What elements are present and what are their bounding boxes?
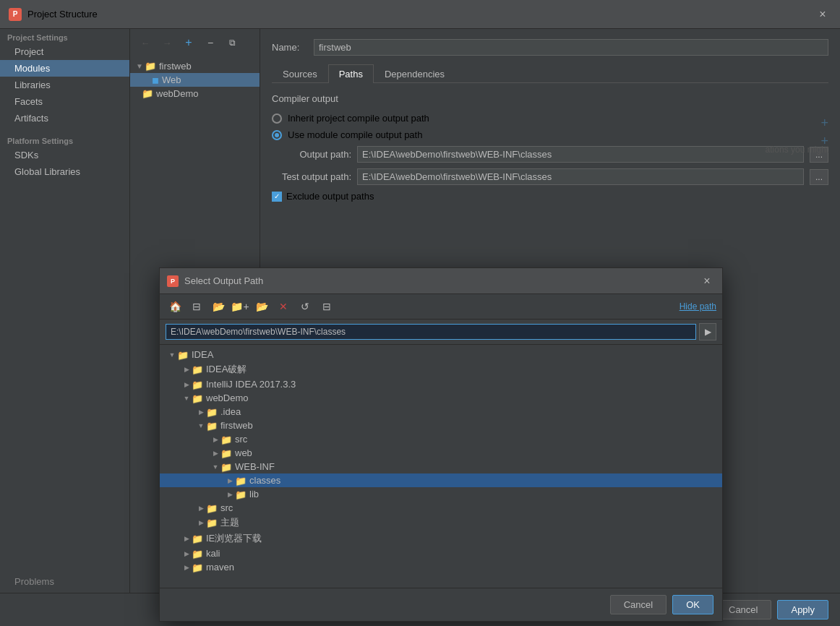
test-output-path-browse-button[interactable]: ... — [810, 169, 828, 185]
sidebar-item-libraries[interactable]: Libraries — [0, 77, 129, 93]
dialog-close-button[interactable]: × — [699, 273, 715, 289]
use-module-radio-circle — [272, 130, 282, 140]
name-row: Name: — [272, 39, 828, 56]
main-window: P Project Structure × ← → + − ⧉ ▼ 📁 firs… — [0, 0, 840, 626]
sidebar-item-modules[interactable]: Modules — [0, 60, 129, 77]
test-output-path-row: Test output path: ... — [272, 168, 828, 185]
use-module-radio[interactable]: Use module compile output path — [272, 129, 828, 140]
webdemo-label: webDemo — [156, 88, 199, 99]
dtree-label-webinf: WEB-INF — [235, 461, 275, 472]
dtree-folder-web: 📁 — [220, 448, 232, 458]
dtree-item-idea[interactable]: ▼ 📁 IDEA — [160, 348, 722, 361]
dtree-arrow-src: ▶ — [210, 434, 220, 445]
inherit-label: Inherit project compile output path — [288, 113, 429, 124]
sidebar-item-facets[interactable]: Facets — [0, 93, 129, 110]
back-nav-btn[interactable]: ← — [136, 33, 155, 52]
add-nav-btn[interactable]: + — [179, 33, 198, 52]
name-label: Name: — [272, 42, 308, 53]
dtree-item-lib[interactable]: ▶ 📁 lib — [160, 487, 722, 501]
dialog-path-input[interactable] — [166, 324, 696, 340]
hide-path-button[interactable]: Hide path — [680, 301, 716, 312]
inherit-radio[interactable]: Inherit project compile output path — [272, 113, 828, 124]
sidebar: Project Settings Project Modules Librari… — [0, 29, 130, 593]
dtree-item-src2[interactable]: ▶ 📁 src — [160, 501, 722, 515]
dtree-folder-ie: 📁 — [192, 533, 203, 544]
sidebar-item-global-libraries[interactable]: Global Libraries — [0, 163, 129, 180]
remove-nav-btn[interactable]: − — [201, 33, 220, 52]
tab-dependencies[interactable]: Dependencies — [374, 64, 455, 83]
dtree-item-web[interactable]: ▶ 📁 web — [160, 446, 722, 460]
dtree-folder-firstweb: 📁 — [206, 421, 218, 431]
add-right-btn[interactable]: + — [820, 116, 828, 131]
dtree-folder-intellij: 📁 — [192, 380, 203, 390]
exclude-checkbox[interactable] — [272, 192, 282, 202]
sidebar-item-sdks[interactable]: SDKs — [0, 147, 129, 163]
dtree-arrow-idea-pojie: ▶ — [181, 364, 192, 374]
home-tool-btn[interactable]: 🏠 — [166, 298, 184, 315]
dtree-item-classes[interactable]: ▶ 📁 classes — [160, 473, 722, 487]
tab-sources[interactable]: Sources — [272, 64, 328, 83]
dtree-arrow-lib: ▶ — [225, 489, 235, 499]
dtree-label-intellij: IntelliJ IDEA 2017.3.3 — [206, 379, 296, 390]
window-close-button[interactable]: × — [814, 6, 831, 23]
web-module-icon: ◼ — [152, 75, 159, 85]
apply-button[interactable]: Apply — [777, 600, 828, 619]
dtree-item-ie[interactable]: ▶ 📁 IE浏览器下载 — [160, 531, 722, 546]
dtree-item-intellij[interactable]: ▶ 📁 IntelliJ IDEA 2017.3.3 — [160, 377, 722, 391]
platform-settings-section: Platform Settings — [0, 132, 129, 147]
copy-nav-btn[interactable]: ⧉ — [223, 33, 241, 52]
tree-web[interactable]: ◼ Web — [130, 73, 260, 87]
firstweb-label: firstweb — [159, 61, 192, 72]
delete-tool-btn[interactable]: ✕ — [274, 298, 293, 315]
refresh-tool-btn[interactable]: ↺ — [296, 298, 314, 315]
sidebar-item-artifacts[interactable]: Artifacts — [0, 110, 129, 127]
dtree-item-zhuti[interactable]: ▶ 📁 主题 — [160, 515, 722, 531]
sidebar-item-project[interactable]: Project — [0, 43, 129, 60]
test-output-path-label: Test output path: — [272, 171, 351, 182]
name-input[interactable] — [314, 39, 828, 56]
dtree-arrow-maven: ▶ — [181, 562, 192, 573]
dialog-icon: P — [167, 275, 179, 287]
dtree-arrow-src2: ▶ — [196, 503, 206, 513]
dtree-arrow-kali: ▶ — [181, 549, 192, 559]
dialog-tree[interactable]: ▼ 📁 IDEA ▶ 📁 IDEA破解 ▶ 📁 IntelliJ IDEA 20… — [160, 345, 722, 588]
nav-up-tool-btn[interactable]: 📂 — [209, 298, 228, 315]
inherit-radio-circle — [272, 113, 282, 124]
dtree-item-src[interactable]: ▶ 📁 src — [160, 432, 722, 446]
drives-tool-btn[interactable]: ⊟ — [187, 298, 206, 315]
dtree-arrow-ie: ▶ — [181, 533, 192, 544]
dtree-item-dotidea[interactable]: ▶ 📁 .idea — [160, 405, 722, 419]
dialog-path-go-button[interactable]: ▶ — [699, 323, 716, 340]
dtree-arrow-intellij: ▶ — [181, 380, 192, 390]
dtree-item-maven[interactable]: ▶ 📁 maven — [160, 560, 722, 574]
sidebar-item-problems[interactable]: Problems — [0, 573, 129, 593]
dialog-path-row: ▶ — [160, 320, 722, 345]
forward-nav-btn[interactable]: → — [158, 33, 176, 52]
use-module-label: Use module compile output path — [288, 129, 422, 140]
dtree-item-idea-pojie[interactable]: ▶ 📁 IDEA破解 — [160, 361, 722, 377]
test-output-path-input[interactable] — [357, 168, 804, 185]
collapse-tool-btn[interactable]: ⊟ — [317, 298, 336, 315]
output-path-row: Output path: ... — [272, 146, 828, 163]
dtree-label-idea: IDEA — [192, 349, 213, 360]
new-folder-tool-btn[interactable]: 📁+ — [231, 298, 249, 315]
exclude-row: Exclude output paths — [272, 191, 828, 202]
dtree-item-kali[interactable]: ▶ 📁 kali — [160, 546, 722, 560]
project-settings-section: Project Settings — [0, 29, 129, 43]
dtree-arrow-firstweb: ▼ — [196, 421, 206, 431]
dialog-ok-button[interactable]: OK — [672, 595, 713, 614]
dtree-arrow-webinf: ▼ — [210, 462, 220, 472]
dialog-cancel-button[interactable]: Cancel — [610, 595, 667, 614]
tree-webdemo[interactable]: 📁 webDemo — [130, 87, 260, 100]
output-path-input[interactable] — [357, 146, 804, 163]
dtree-item-webinf[interactable]: ▼ 📁 WEB-INF — [160, 460, 722, 473]
dtree-folder-src: 📁 — [220, 434, 232, 445]
dtree-label-zhuti: 主题 — [220, 516, 239, 529]
dtree-item-webdemo[interactable]: ▼ 📁 webDemo — [160, 391, 722, 405]
cancel-button[interactable]: Cancel — [715, 600, 771, 619]
tree-firstweb[interactable]: ▼ 📁 firstweb — [130, 59, 260, 73]
tree-arrow: ▼ — [136, 62, 143, 70]
dtree-item-firstweb[interactable]: ▼ 📁 firstweb — [160, 419, 722, 432]
expand-tool-btn[interactable]: 📂 — [252, 298, 271, 315]
tab-paths[interactable]: Paths — [328, 64, 374, 83]
